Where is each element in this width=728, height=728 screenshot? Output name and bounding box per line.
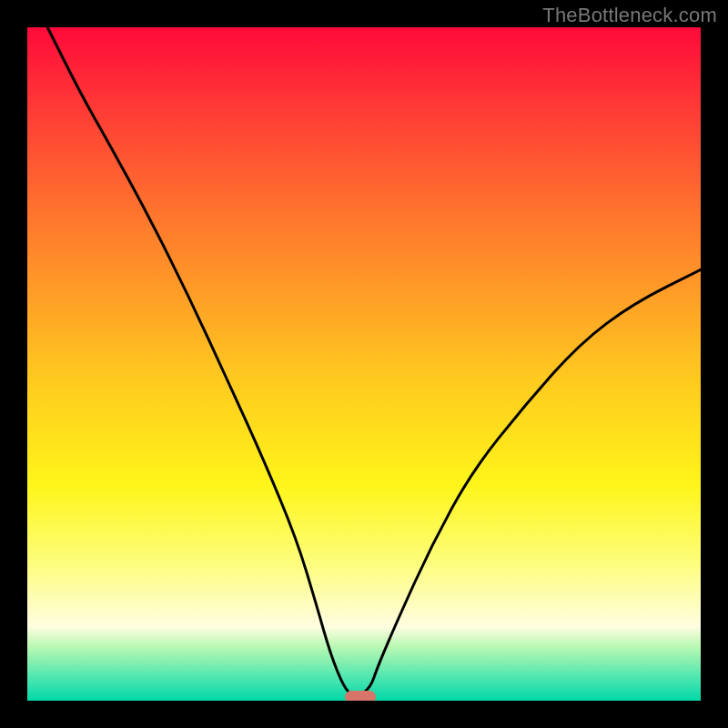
optimal-marker [345,691,376,701]
curve-svg [27,27,701,701]
chart-container: TheBottleneck.com [0,0,728,728]
plot-area [27,27,701,701]
bottleneck-curve [47,27,701,697]
watermark-text: TheBottleneck.com [542,4,717,27]
